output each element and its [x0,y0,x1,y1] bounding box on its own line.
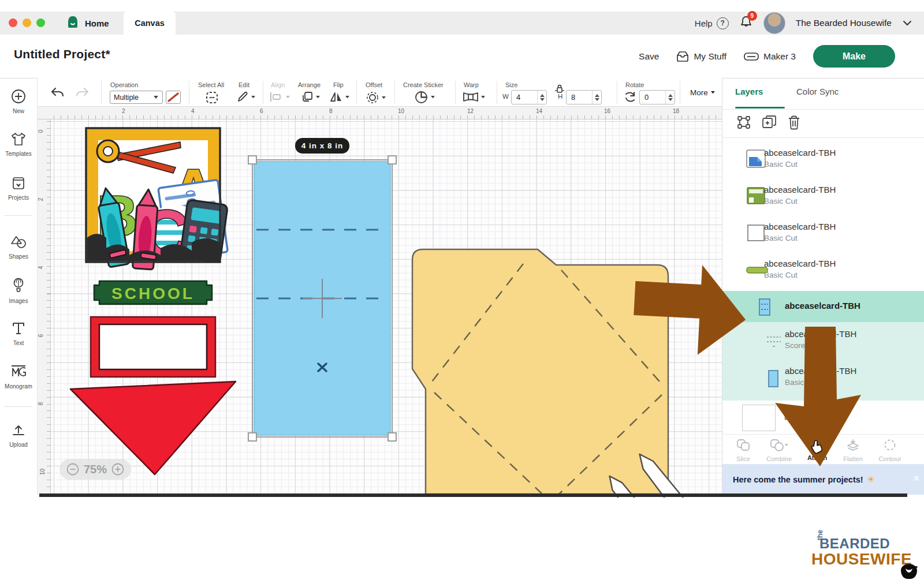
layer-row[interactable]: abceaselcard-TBH Basic Cut [722,141,924,178]
my-stuff-icon [676,51,689,62]
tab-canvas-label: Canvas [135,18,165,28]
flatten-button[interactable]: Flatten [834,439,871,462]
canvas-image-abc[interactable]: A B C [86,128,228,272]
attach-icon [809,439,825,450]
operation-dropdown[interactable]: Multiple [110,91,163,104]
help-icon: ? [717,17,729,29]
width-input-group[interactable] [511,90,547,104]
slice-icon [736,439,750,451]
sticker-icon [414,90,429,104]
size-label: Size [505,81,517,88]
edit-button[interactable] [236,91,256,103]
height-input-group[interactable] [566,90,602,104]
shapes-icon [10,234,27,249]
edit-label: Edit [239,81,249,88]
sidebar-item-images[interactable]: Images [0,278,37,304]
rotate-input[interactable] [640,93,665,102]
avatar[interactable] [763,12,785,34]
chevron-down-icon[interactable] [902,18,912,28]
size-lock-icon[interactable] [554,84,565,93]
layer-row-child-basic[interactable]: abceaselcard-TBH Basic Cut [722,360,924,398]
redo-icon[interactable] [74,87,90,99]
warp-button[interactable] [463,92,486,102]
width-label: W [502,93,509,100]
upload-icon [11,423,26,438]
operation-color-swatch[interactable] [166,91,181,104]
layer-thumbnail-blue-card [746,149,766,169]
sidebar-item-monogram[interactable]: Monogram [0,364,37,390]
sidebar-item-templates[interactable]: Templates [0,132,37,157]
height-stepper[interactable] [592,91,601,104]
sidebar-item-shapes[interactable]: Shapes [0,234,37,260]
flip-button[interactable] [329,91,350,103]
contour-button[interactable]: Contour [871,439,908,462]
sidebar-item-text[interactable]: Text [0,321,37,346]
sidebar-item-projects[interactable]: Projects [0,175,37,201]
undo-icon[interactable] [50,87,65,99]
save-label: Save [639,51,659,62]
canvas-artwork: A B C [38,107,722,498]
banner-close-icon[interactable]: ✕ [912,473,920,484]
slice-button[interactable]: Slice [725,439,762,462]
tab-layers[interactable]: Layers [735,87,763,96]
help-button[interactable]: Help ? [695,17,729,29]
sidebar-item-upload[interactable]: Upload [0,423,37,448]
more-button[interactable]: More [690,88,716,97]
save-button[interactable]: Save [639,51,659,62]
zoom-in-icon[interactable] [111,463,124,476]
canvas-image-red-frame[interactable] [91,317,215,377]
layer-row-child-score[interactable]: abceaselcard-TBH Score [722,323,924,360]
sun-icon: ☀ [867,474,875,485]
layer-row-selected[interactable]: abceaselcard-TBH [722,291,924,322]
width-stepper[interactable] [537,91,546,104]
delete-icon[interactable] [787,115,801,130]
zoom-out-icon[interactable] [66,463,79,476]
create-sticker-label: Create Sticker [403,81,444,88]
machine-select[interactable]: Maker 3 [744,51,796,62]
caret-down-icon [710,91,716,95]
width-input[interactable] [512,93,537,102]
traffic-light-zoom[interactable] [36,18,45,27]
attach-button[interactable]: Attach [799,439,836,461]
layer-thumbnail-green-art [746,186,766,205]
tab-canvas[interactable]: Canvas [124,12,176,35]
make-button[interactable]: Make [813,45,895,68]
layer-row[interactable]: abceaselcard-TBH Basic Cut [722,252,924,289]
promo-banner: Here come the summer projects! ☀ ✕ [722,464,924,495]
create-sticker-button[interactable] [414,90,435,104]
canvas-image-school-sign[interactable]: SCHOOL [94,281,212,304]
sidebar-item-new[interactable]: New [0,89,37,114]
cricut-home-icon [66,15,80,31]
arrange-button[interactable] [301,91,321,103]
zoom-control[interactable]: 75% [59,459,131,480]
projects-icon [11,175,26,190]
my-stuff-button[interactable]: My Stuff [676,51,726,62]
combine-button[interactable]: Combine [761,439,798,462]
align-button[interactable] [270,92,290,102]
images-icon [12,278,25,294]
canvas-selected-blue-card[interactable]: 4 in x 8 in [248,138,396,441]
workspace-bottom-edge [39,493,907,497]
layer-row[interactable]: abceaselcard-TBH Basic Cut [722,215,924,252]
rotate-stepper[interactable] [665,91,675,104]
rotate-input-group[interactable] [639,90,675,104]
duplicate-icon[interactable] [762,115,777,130]
notifications-button[interactable]: 9 [739,15,753,31]
canvas-image-envelope[interactable] [412,249,684,498]
traffic-light-minimize[interactable] [23,18,31,27]
zoom-level: 75% [84,463,107,476]
tab-home[interactable]: Home [58,12,117,35]
traffic-light-close[interactable] [9,18,17,27]
tab-color-sync[interactable]: Color Sync [796,87,839,96]
group-icon[interactable] [736,115,751,130]
layer-row-blank-canvas[interactable]: Blank Canvas [722,401,924,434]
page-title: Untitled Project* [14,47,110,61]
layer-group-children: abceaselcard-TBH Score abceaselcard-TBH … [722,322,924,401]
rotate-icon[interactable] [624,91,636,103]
brand-line2: HOUSEWIFE [811,550,912,569]
layer-row[interactable]: abceaselcard-TBH Basic Cut [722,178,924,215]
arrange-label: Arrange [298,81,321,88]
height-input[interactable] [567,93,592,102]
select-all-button[interactable] [205,91,219,104]
offset-button[interactable] [366,91,386,104]
